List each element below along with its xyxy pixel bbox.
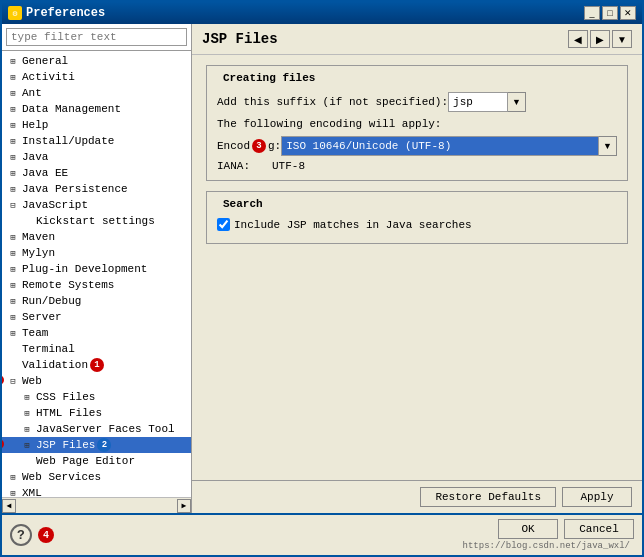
sidebar-item-java[interactable]: ⊞ Java	[2, 149, 191, 165]
filter-input[interactable]	[6, 28, 187, 46]
expand-icon	[20, 454, 34, 468]
sidebar-item-terminal[interactable]: Terminal	[2, 341, 191, 357]
title-bar: ⚙ Preferences _ □ ✕	[2, 2, 642, 24]
expand-icon: ⊟	[6, 198, 20, 212]
scroll-left-button[interactable]: ◀	[2, 499, 16, 513]
include-jsp-checkbox[interactable]	[217, 218, 230, 231]
sidebar-item-label: Team	[20, 327, 48, 339]
sidebar-scroll: ◀ ▶	[2, 497, 191, 513]
maximize-button[interactable]: □	[602, 6, 618, 20]
sidebar-item-install-update[interactable]: ⊞ Install/Update	[2, 133, 191, 149]
close-button[interactable]: ✕	[620, 6, 636, 20]
jsp-dot-indicator	[2, 439, 4, 449]
expand-icon: ⊞	[6, 326, 20, 340]
expand-icon: ⊞	[6, 294, 20, 308]
sidebar-item-help[interactable]: ⊞ Help	[2, 117, 191, 133]
encoding-label-text: Encod	[217, 140, 250, 152]
sidebar-item-general[interactable]: ⊞ General	[2, 53, 191, 69]
cancel-button[interactable]: Cancel	[564, 519, 634, 539]
validation-badge: 1	[90, 358, 104, 372]
sidebar-item-ant[interactable]: ⊞ Ant	[2, 85, 191, 101]
iana-row: IANA: UTF-8	[217, 160, 617, 172]
sidebar-item-html-files[interactable]: ⊞ HTML Files	[2, 405, 191, 421]
expand-icon: ⊞	[6, 182, 20, 196]
forward-button[interactable]: ▶	[590, 30, 610, 48]
expand-icon: ⊟	[6, 374, 20, 388]
sidebar-item-run-debug[interactable]: ⊞ Run/Debug	[2, 293, 191, 309]
expand-icon: ⊞	[6, 134, 20, 148]
restore-defaults-button[interactable]: Restore Defaults	[420, 487, 556, 507]
iana-value: UTF-8	[272, 160, 305, 172]
content-area: JSP Files ◀ ▶ ▼ Creating files Add this …	[192, 24, 642, 513]
sidebar-item-css-files[interactable]: ⊞ CSS Files	[2, 389, 191, 405]
sidebar-item-label: JSP Files	[34, 439, 95, 451]
search-section: Search Include JSP matches in Java searc…	[206, 191, 628, 244]
expand-icon: ⊞	[6, 166, 20, 180]
ok-button[interactable]: OK	[498, 519, 558, 539]
sidebar-item-jsp-files[interactable]: ⊞ JSP Files 2	[2, 437, 191, 453]
sidebar-item-web[interactable]: ⊟ Web	[2, 373, 191, 389]
content-title: JSP Files	[202, 31, 278, 47]
sidebar-item-java-persistence[interactable]: ⊞ Java Persistence	[2, 181, 191, 197]
sidebar-item-label: Kickstart settings	[34, 215, 155, 227]
suffix-row: Add this suffix (if not specified): ▼	[217, 92, 617, 112]
expand-icon: ⊞	[6, 278, 20, 292]
sidebar-item-javascript[interactable]: ⊟ JavaScript	[2, 197, 191, 213]
sidebar-item-label: Web Services	[20, 471, 101, 483]
minimize-button[interactable]: _	[584, 6, 600, 20]
sidebar-item-java-ee[interactable]: ⊞ Java EE	[2, 165, 191, 181]
sidebar-item-javaserver-faces[interactable]: ⊞ JavaServer Faces Tool	[2, 421, 191, 437]
sidebar-item-maven[interactable]: ⊞ Maven	[2, 229, 191, 245]
sidebar-item-label: Web Page Editor	[34, 455, 135, 467]
sidebar-item-server[interactable]: ⊞ Server	[2, 309, 191, 325]
footer-left: ? 4	[10, 524, 54, 546]
sidebar-item-web-services[interactable]: ⊞ Web Services	[2, 469, 191, 485]
sidebar-item-plugin-development[interactable]: ⊞ Plug-in Development	[2, 261, 191, 277]
footer-buttons: Restore Defaults Apply	[192, 480, 642, 513]
nav-dropdown-button[interactable]: ▼	[612, 30, 632, 48]
expand-icon	[6, 342, 20, 356]
content-header: JSP Files ◀ ▶ ▼	[192, 24, 642, 55]
expand-icon: ⊞	[20, 422, 34, 436]
expand-icon: ⊞	[6, 86, 20, 100]
encoding-input[interactable]	[281, 136, 599, 156]
scroll-right-button[interactable]: ▶	[177, 499, 191, 513]
expand-icon: ⊞	[6, 70, 20, 84]
sidebar-item-label: HTML Files	[34, 407, 102, 419]
sidebar-item-data-management[interactable]: ⊞ Data Management	[2, 101, 191, 117]
encoding-description: The following encoding will apply:	[217, 118, 617, 130]
back-button[interactable]: ◀	[568, 30, 588, 48]
suffix-input[interactable]	[448, 92, 508, 112]
sidebar-item-kickstart[interactable]: Kickstart settings	[2, 213, 191, 229]
sidebar-item-label: General	[20, 55, 68, 67]
apply-button[interactable]: Apply	[562, 487, 632, 507]
encoding-dropdown-button[interactable]: ▼	[599, 136, 617, 156]
encoding-label: Encod 3 g:	[217, 139, 281, 153]
sidebar-item-label: Validation	[20, 359, 88, 371]
expand-icon: ⊞	[6, 150, 20, 164]
preferences-window: ⚙ Preferences _ □ ✕ ⊞ General ⊞ Act	[0, 0, 644, 557]
sidebar-item-team[interactable]: ⊞ Team	[2, 325, 191, 341]
expand-icon: ⊞	[6, 246, 20, 260]
sidebar-item-validation[interactable]: Validation 1	[2, 357, 191, 373]
sidebar-item-web-page-editor[interactable]: Web Page Editor	[2, 453, 191, 469]
suffix-dropdown-button[interactable]: ▼	[508, 92, 526, 112]
sidebar-item-label: Server	[20, 311, 62, 323]
expand-icon: ⊞	[6, 262, 20, 276]
sidebar-item-xml[interactable]: ⊞ XML	[2, 485, 191, 497]
sidebar-item-label: Install/Update	[20, 135, 114, 147]
sidebar-item-mylyn[interactable]: ⊞ Mylyn	[2, 245, 191, 261]
expand-icon: ⊞	[6, 230, 20, 244]
sidebar-item-remote-systems[interactable]: ⊞ Remote Systems	[2, 277, 191, 293]
url-bar: https://blog.csdn.net/java_wxl/	[463, 541, 634, 551]
search-content: Search Include JSP matches in Java searc…	[207, 192, 627, 243]
sidebar-item-label: Mylyn	[20, 247, 55, 259]
sidebar-item-label: Java	[20, 151, 48, 163]
sidebar-item-activiti[interactable]: ⊞ Activiti	[2, 69, 191, 85]
suffix-label: Add this suffix (if not specified):	[217, 96, 448, 108]
search-title: Search	[217, 196, 617, 212]
encoding-description-text: The following encoding will apply:	[217, 118, 441, 130]
help-button[interactable]: ?	[10, 524, 32, 546]
sidebar-item-label: Run/Debug	[20, 295, 81, 307]
expand-icon: ⊞	[20, 390, 34, 404]
